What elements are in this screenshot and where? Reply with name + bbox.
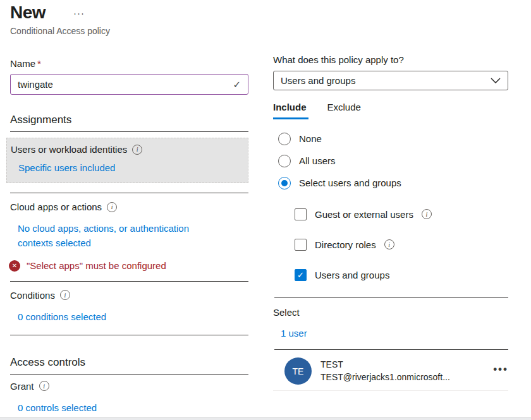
checkbox-users-and-groups[interactable]: ✓ Users and groups: [295, 260, 508, 290]
radio-all-users[interactable]: All users: [278, 150, 508, 172]
checkbox-guest-external-users[interactable]: Guest or external users i: [295, 199, 508, 229]
tab-include[interactable]: Include: [273, 102, 308, 119]
error-icon: ✕: [9, 260, 20, 272]
user-type-checkboxes: Guest or external users i Directory role…: [295, 199, 508, 290]
conditions-link[interactable]: 0 conditions selected: [18, 309, 106, 324]
cloud-apps-error: ✕ "Select apps" must be configured: [9, 260, 248, 272]
divider: [10, 335, 248, 335]
row-more-menu-icon[interactable]: •••: [493, 363, 508, 380]
user-name: TEST: [320, 359, 450, 371]
user-email: TEST@riverjacks1.onmicrosoft...: [320, 371, 450, 384]
apply-to-dropdown[interactable]: Users and groups: [273, 71, 508, 90]
users-panel-column: What does this policy apply to? Users an…: [273, 0, 508, 391]
divider: [10, 281, 248, 282]
include-radio-group: None All users Select users and groups: [278, 128, 508, 194]
divider: [10, 193, 248, 193]
dropdown-value: Users and groups: [281, 75, 355, 86]
name-input-value: twingate: [18, 79, 53, 90]
chevron-down-icon: [491, 78, 501, 83]
specific-users-link[interactable]: Specific users included: [18, 162, 115, 173]
divider: [273, 390, 508, 391]
more-menu-icon[interactable]: ···: [73, 8, 85, 18]
grant-label-row: Grant i: [10, 381, 248, 392]
divider: [10, 131, 248, 132]
tab-exclude[interactable]: Exclude: [327, 102, 363, 119]
users-assignment-card[interactable]: Users or workload identities i Specific …: [6, 138, 248, 183]
radio-selected-icon: [278, 177, 291, 189]
user-text: TEST TEST@riverjacks1.onmicrosoft...: [320, 359, 450, 383]
cloud-apps-link[interactable]: No cloud apps, actions, or authenticatio…: [18, 221, 226, 251]
name-field-label: Name*: [10, 58, 248, 69]
include-exclude-tabs: Include Exclude: [273, 102, 508, 119]
conditions-label: Conditions: [10, 290, 55, 301]
valid-check-icon: ✓: [233, 79, 241, 90]
cloud-apps-label: Cloud apps or actions: [10, 201, 102, 212]
policy-apply-question: What does this policy apply to?: [273, 54, 508, 65]
radio-none[interactable]: None: [278, 128, 508, 150]
grant-label: Grant: [10, 381, 34, 392]
error-message: "Select apps" must be configured: [27, 260, 166, 271]
divider: [10, 374, 248, 375]
viewport-bottom-edge: [0, 417, 531, 420]
conditions-label-row: Conditions i: [10, 290, 248, 301]
checkbox-directory-roles[interactable]: Directory roles i: [295, 229, 508, 260]
selected-user-row[interactable]: TE TEST TEST@riverjacks1.onmicrosoft... …: [273, 357, 508, 385]
divider: [274, 349, 508, 350]
access-controls-heading: Access controls: [10, 356, 248, 369]
page-header: New ···: [10, 3, 248, 23]
users-card-label: Users or workload identities: [11, 144, 127, 155]
checkbox-icon: [295, 208, 307, 220]
radio-select-users-groups[interactable]: Select users and groups: [278, 172, 508, 194]
checkbox-checked-icon: ✓: [295, 269, 307, 281]
info-icon[interactable]: i: [422, 209, 432, 219]
policy-form-column: New ··· Conditional Access policy Name* …: [10, 0, 248, 415]
user-avatar: TE: [284, 357, 312, 385]
info-icon[interactable]: i: [107, 202, 117, 212]
select-section-label: Select: [273, 307, 508, 318]
info-icon[interactable]: i: [39, 381, 49, 391]
grant-link[interactable]: 0 controls selected: [18, 400, 97, 415]
assignments-heading: Assignments: [10, 114, 248, 126]
required-asterisk: *: [37, 58, 41, 69]
info-icon[interactable]: i: [60, 290, 70, 300]
page-subtitle: Conditional Access policy: [10, 26, 248, 36]
name-input[interactable]: twingate ✓: [10, 74, 248, 95]
info-icon[interactable]: i: [384, 239, 394, 249]
cloud-apps-label-row: Cloud apps or actions i: [10, 201, 248, 212]
users-card-label-row: Users or workload identities i: [11, 144, 243, 155]
radio-icon: [278, 155, 291, 167]
checkbox-icon: [295, 239, 307, 251]
radio-icon: [278, 133, 291, 145]
divider: [274, 297, 508, 298]
info-icon[interactable]: i: [132, 145, 142, 155]
page-title: New: [10, 3, 46, 23]
user-count-link[interactable]: 1 user: [281, 328, 307, 339]
